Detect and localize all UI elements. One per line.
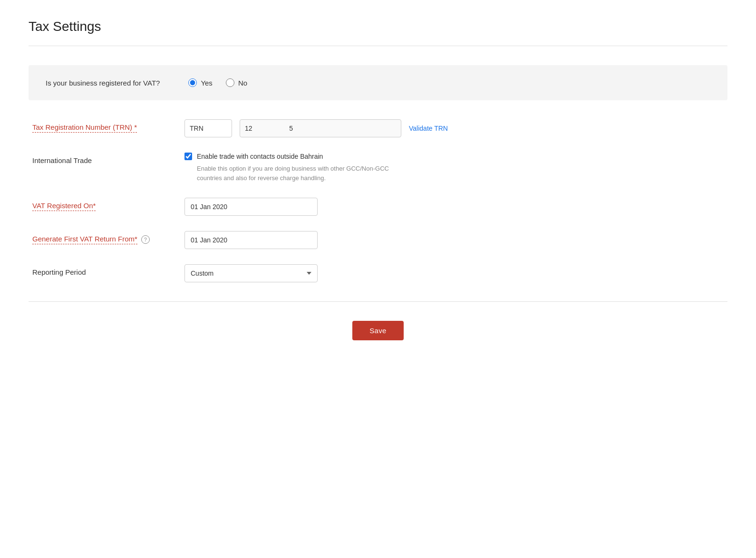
vat-registered-on-row: VAT Registered On* [29,198,727,216]
trn-label-wrapper: Tax Registration Number (TRN) * [32,119,184,133]
vat-question-row: Is your business registered for VAT? Yes… [29,65,727,100]
international-trade-checkbox[interactable] [184,153,192,160]
vat-registered-on-controls [184,198,724,216]
vat-yes-radio[interactable] [188,78,197,87]
reporting-period-label-wrapper: Reporting Period [32,264,184,276]
vat-registered-on-input[interactable] [184,198,318,216]
trn-prefix-input[interactable] [184,119,232,137]
vat-no-option[interactable]: No [226,78,247,87]
vat-radio-group: Yes No [188,78,247,87]
vat-registered-on-label: VAT Registered On* [32,202,96,211]
trn-row: Tax Registration Number (TRN) * Validate… [29,119,727,137]
reporting-period-row: Reporting Period Custom Monthly Quarterl… [29,264,727,282]
trn-controls: Validate TRN [184,119,724,137]
vat-registered-on-label-wrapper: VAT Registered On* [32,198,184,211]
bottom-divider [29,301,727,302]
save-button-row: Save [29,321,727,340]
generate-first-vat-row: Generate First VAT Return From* ? [29,231,727,249]
vat-yes-label[interactable]: Yes [201,79,212,87]
international-trade-row: International Trade Enable trade with co… [29,153,727,183]
international-trade-checkbox-row[interactable]: Enable trade with contacts outside Bahra… [184,153,416,160]
page-container: Tax Settings Is your business registered… [0,0,756,558]
form-section: Tax Registration Number (TRN) * Validate… [29,119,727,282]
top-divider [29,46,727,46]
international-trade-label: International Trade [32,153,92,164]
international-trade-checkbox-label[interactable]: Enable trade with contacts outside Bahra… [197,153,323,160]
international-trade-description: Enable this option if you are doing busi… [197,164,416,183]
generate-first-vat-label-wrapper: Generate First VAT Return From* ? [32,231,184,244]
reporting-period-label: Reporting Period [32,264,86,276]
save-button[interactable]: Save [352,321,403,340]
validate-trn-link[interactable]: Validate TRN [409,125,448,132]
reporting-period-controls: Custom Monthly Quarterly Annually [184,264,724,282]
vat-no-radio[interactable] [226,78,234,87]
trn-label: Tax Registration Number (TRN) * [32,123,137,133]
generate-first-vat-label: Generate First VAT Return From* [32,235,137,244]
reporting-period-select[interactable]: Custom Monthly Quarterly Annually [184,264,318,282]
page-title: Tax Settings [29,19,727,34]
generate-first-vat-help-icon[interactable]: ? [141,235,150,244]
vat-yes-option[interactable]: Yes [188,78,212,87]
generate-first-vat-controls [184,231,724,249]
vat-question-label: Is your business registered for VAT? [46,79,160,87]
international-trade-label-wrapper: International Trade [32,153,184,164]
international-trade-controls: Enable trade with contacts outside Bahra… [184,153,416,183]
generate-first-vat-input[interactable] [184,231,318,249]
trn-number-input[interactable] [240,119,401,137]
vat-no-label[interactable]: No [238,79,247,87]
generate-first-vat-label-group: Generate First VAT Return From* ? [32,235,184,244]
